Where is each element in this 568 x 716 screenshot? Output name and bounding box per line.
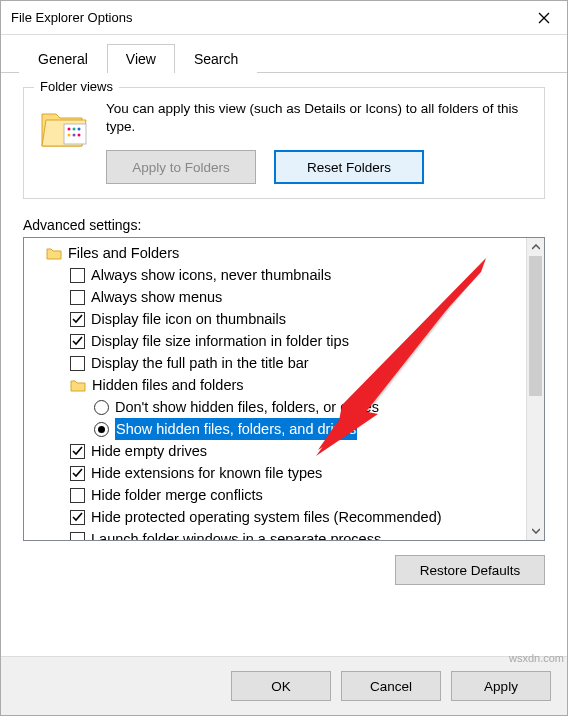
dialog-buttons: OK Cancel Apply: [1, 656, 567, 715]
tree-item-label: Launch folder windows in a separate proc…: [91, 528, 381, 540]
folder-views-title: Folder views: [34, 79, 119, 94]
folder-icon: [70, 378, 86, 392]
tree-item-label: Always show menus: [91, 286, 222, 308]
tree-item-label: Always show icons, never thumbnails: [91, 264, 331, 286]
tree-content: Files and Folders Always show icons, nev…: [24, 238, 526, 540]
radio[interactable]: [94, 422, 109, 437]
folder-views-icon: [38, 100, 92, 154]
close-icon: [538, 12, 550, 24]
tree-item[interactable]: Hide empty drives: [28, 440, 522, 462]
tree-item-label: Hide protected operating system files (R…: [91, 506, 442, 528]
tree-item-label: Hide empty drives: [91, 440, 207, 462]
tab-strip: General View Search: [1, 35, 567, 73]
tab-view[interactable]: View: [107, 44, 175, 73]
tree-item[interactable]: Hide folder merge conflicts: [28, 484, 522, 506]
checkbox[interactable]: [70, 356, 85, 371]
file-explorer-options-dialog: File Explorer Options General View Searc…: [0, 0, 568, 716]
folder-views-description: You can apply this view (such as Details…: [106, 100, 530, 136]
tree-item-label: Show hidden files, folders, and drives: [115, 418, 357, 440]
checkbox[interactable]: [70, 312, 85, 327]
tab-search[interactable]: Search: [175, 44, 257, 73]
chevron-down-icon: [532, 528, 540, 534]
tree-group-hidden: Hidden files and folders: [28, 374, 522, 396]
tree-group-files-folders: Files and Folders: [28, 242, 522, 264]
svg-point-8: [78, 134, 81, 137]
svg-point-7: [73, 134, 76, 137]
tree-radio-item[interactable]: Don't show hidden files, folders, or dri…: [28, 396, 522, 418]
tree-item[interactable]: Hide protected operating system files (R…: [28, 506, 522, 528]
tree-item-label: Hide folder merge conflicts: [91, 484, 263, 506]
tree-item[interactable]: Display file size information in folder …: [28, 330, 522, 352]
tree-item[interactable]: Always show icons, never thumbnails: [28, 264, 522, 286]
tree-item-label: Hide extensions for known file types: [91, 462, 322, 484]
restore-defaults-button[interactable]: Restore Defaults: [395, 555, 545, 585]
checkbox[interactable]: [70, 488, 85, 503]
window-title: File Explorer Options: [11, 10, 521, 25]
watermark: wsxdn.com: [509, 652, 564, 664]
scroll-down-button[interactable]: [527, 522, 544, 540]
tree-radio-item[interactable]: Show hidden files, folders, and drives: [28, 418, 522, 440]
scroll-up-button[interactable]: [527, 238, 544, 256]
vertical-scrollbar[interactable]: [526, 238, 544, 540]
tree-item-label: Don't show hidden files, folders, or dri…: [115, 396, 379, 418]
title-bar: File Explorer Options: [1, 1, 567, 35]
svg-point-3: [68, 128, 71, 131]
tab-general[interactable]: General: [19, 44, 107, 73]
scroll-track[interactable]: [527, 256, 544, 522]
tree-item[interactable]: Launch folder windows in a separate proc…: [28, 528, 522, 540]
checkbox[interactable]: [70, 268, 85, 283]
chevron-up-icon: [532, 244, 540, 250]
tree-item-label: Display file icon on thumbnails: [91, 308, 286, 330]
tree-item[interactable]: Always show menus: [28, 286, 522, 308]
checkbox[interactable]: [70, 510, 85, 525]
tab-panel-view: Folder views You can apply this view (su…: [1, 73, 567, 656]
apply-to-folders-button: Apply to Folders: [106, 150, 256, 184]
tree-item-label: Display file size information in folder …: [91, 330, 349, 352]
ok-button[interactable]: OK: [231, 671, 331, 701]
checkbox[interactable]: [70, 532, 85, 541]
tree-item[interactable]: Display file icon on thumbnails: [28, 308, 522, 330]
folder-icon: [46, 246, 62, 260]
apply-button[interactable]: Apply: [451, 671, 551, 701]
svg-point-4: [73, 128, 76, 131]
svg-point-6: [68, 134, 71, 137]
reset-folders-button[interactable]: Reset Folders: [274, 150, 424, 184]
close-button[interactable]: [521, 1, 567, 34]
folder-views-group: Folder views You can apply this view (su…: [23, 87, 545, 199]
checkbox[interactable]: [70, 444, 85, 459]
checkbox[interactable]: [70, 290, 85, 305]
tree-group-label: Files and Folders: [68, 242, 179, 264]
svg-point-5: [78, 128, 81, 131]
checkbox[interactable]: [70, 466, 85, 481]
scroll-thumb[interactable]: [529, 256, 542, 396]
advanced-settings-label: Advanced settings:: [23, 217, 545, 233]
checkbox[interactable]: [70, 334, 85, 349]
advanced-settings-tree[interactable]: Files and Folders Always show icons, nev…: [23, 237, 545, 541]
cancel-button[interactable]: Cancel: [341, 671, 441, 701]
tree-item[interactable]: Display the full path in the title bar: [28, 352, 522, 374]
tree-item-label: Display the full path in the title bar: [91, 352, 309, 374]
radio[interactable]: [94, 400, 109, 415]
tree-group-label: Hidden files and folders: [92, 374, 244, 396]
tree-item[interactable]: Hide extensions for known file types: [28, 462, 522, 484]
